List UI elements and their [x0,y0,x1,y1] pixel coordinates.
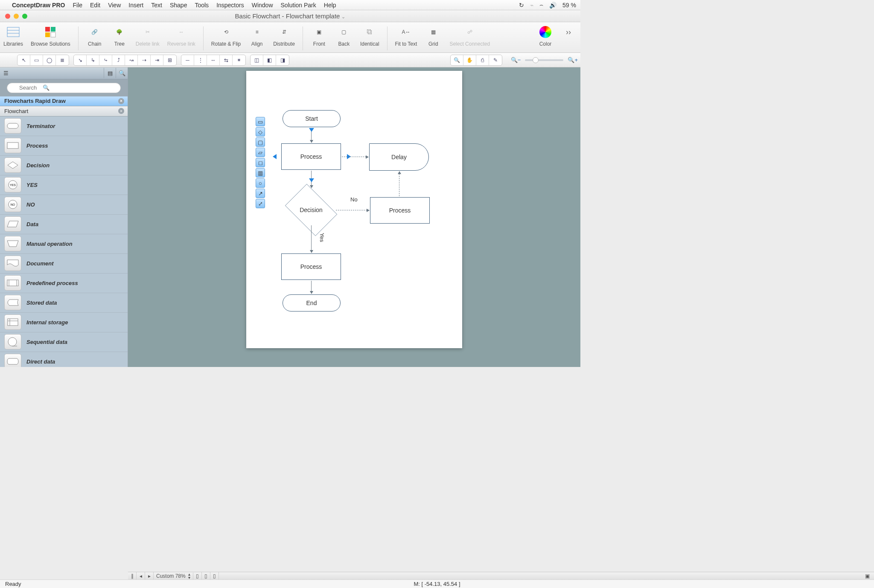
shape-data[interactable]: Data [0,215,128,234]
bluetooth-icon[interactable]: ⌁ [530,2,533,9]
chain-button[interactable]: 🔗Chain [86,25,103,47]
sidebar-outline-icon[interactable]: ☰ [0,68,12,78]
distribute-button[interactable]: ⇵Distribute [273,25,295,47]
zoom-window-button[interactable] [22,14,27,19]
ellipse-tool[interactable]: ◯ [43,55,56,65]
sidebar-search-input[interactable] [7,83,121,93]
sync-icon[interactable]: ↻ [519,2,524,9]
node-decision[interactable]: Decision [281,189,341,231]
menu-file[interactable]: File [73,2,82,9]
node-start[interactable]: Start [283,110,341,127]
volume-icon[interactable]: 🔊 [549,2,556,9]
node-1[interactable]: ◫ [251,55,263,65]
wifi-icon[interactable]: ⌢ [539,1,543,9]
connector-8[interactable]: ⊞ [163,55,176,65]
connector-4[interactable]: ⤴ [112,55,125,65]
shape-terminator[interactable]: Terminator [0,116,128,136]
front-button[interactable]: ▣Front [311,25,328,47]
arrow-decision-process3[interactable] [311,225,312,253]
arrow-decision-process2[interactable] [336,210,369,210]
close-window-button[interactable] [5,14,10,19]
connector-2[interactable]: ↳ [87,55,99,65]
rect-tool[interactable]: ▭ [30,55,43,65]
text-tool[interactable]: ≣ [56,55,69,65]
qp-arrow[interactable]: ↗ [256,189,265,198]
shape-process[interactable]: Process [0,136,128,156]
menu-window[interactable]: Window [252,2,273,9]
handle-left[interactable] [273,154,277,159]
close-icon[interactable]: × [118,98,124,104]
arrow-process-delay[interactable] [342,157,368,157]
canvas-area[interactable]: ▭ ◇ ▢ ▱ ◻ ▥ ○ ↗ ⤢ Start Process Delay [128,67,580,367]
node-2[interactable]: ◧ [263,55,276,65]
sidebar-search-icon[interactable]: 🔍 [116,68,128,78]
qp-diamond[interactable]: ◇ [256,127,265,137]
shape-predefined[interactable]: Predefined process [0,274,128,293]
menu-text[interactable]: Text [151,2,162,9]
qp-expand[interactable]: ⤢ [256,199,265,208]
libraries-button[interactable]: Libraries [3,25,23,47]
handle-down[interactable] [309,178,314,182]
arrange-4[interactable]: ⇆ [220,55,233,65]
zoom-in-icon[interactable]: 🔍+ [568,57,578,63]
back-button[interactable]: ▢Back [335,25,353,47]
shape-no[interactable]: NONO [0,195,128,215]
qp-doc[interactable]: ◻ [256,158,265,167]
grid-button[interactable]: ▦Grid [425,25,442,47]
fit-to-text-button[interactable]: A↔Fit to Text [395,25,417,47]
shape-manual-op[interactable]: Manual operation [0,234,128,254]
toolbar-overflow-button[interactable]: ›› [560,25,577,39]
tree-button[interactable]: 🌳Tree [111,25,128,47]
sidebar-grid-view-icon[interactable]: ▤ [104,68,116,78]
arrange-2[interactable]: ⋮ [194,55,207,65]
menu-inspectors[interactable]: Inspectors [216,2,244,9]
connector-3[interactable]: ⤷ [99,55,112,65]
shape-document[interactable]: Document [0,254,128,274]
menu-view[interactable]: View [108,2,121,9]
menu-solution-park[interactable]: Solution Park [281,2,316,9]
shape-direct-data[interactable]: Direct data [0,352,128,367]
app-name[interactable]: ConceptDraw PRO [12,2,65,9]
library-header-flowchart[interactable]: Flowchart × [0,106,128,116]
connector-5[interactable]: ↝ [125,55,138,65]
menu-help[interactable]: Help [324,2,336,9]
page[interactable]: ▭ ◇ ▢ ▱ ◻ ▥ ○ ↗ ⤢ Start Process Delay [246,71,462,348]
connector-6[interactable]: ⇢ [138,55,151,65]
menu-shape[interactable]: Shape [170,2,187,9]
qp-pre[interactable]: ▥ [256,168,265,178]
arrow-process2-delay[interactable] [399,172,399,196]
node-end[interactable]: End [283,294,341,311]
menu-insert[interactable]: Insert [128,2,143,9]
node-delay[interactable]: Delay [369,143,429,171]
eyedropper-tool[interactable]: ✎ [489,55,502,65]
color-button[interactable]: Color [537,25,554,47]
library-header-rapid[interactable]: Flowcharts Rapid Draw × [0,96,128,107]
node-3[interactable]: ◨ [276,55,289,65]
arrange-1[interactable]: ─ [181,55,194,65]
node-process-3[interactable]: Process [281,253,341,280]
identical-button[interactable]: ⿻Identical [360,25,379,47]
handle-down[interactable] [309,128,314,132]
zoom-slider-knob[interactable] [533,57,539,63]
zoom-out-icon[interactable]: 🔍− [511,57,521,63]
node-process-1[interactable]: Process [281,143,341,170]
browse-solutions-button[interactable]: Browse Solutions [31,25,70,47]
close-icon[interactable]: × [118,108,124,114]
shape-sequential-data[interactable]: Sequential data [0,332,128,352]
arrow-process3-end[interactable] [311,281,312,294]
document-title[interactable]: Basic Flowchart - Flowchart template⌄ [235,12,346,20]
print-area-tool[interactable]: ⎙ [476,55,489,65]
qp-circle[interactable]: ○ [256,178,265,188]
pointer-tool[interactable]: ↖ [17,55,30,65]
arrange-5[interactable]: ✶ [233,55,245,65]
qp-round[interactable]: ▢ [256,137,265,147]
zoom-tool[interactable]: 🔍 [451,55,463,65]
arrange-3[interactable]: ↔ [207,55,220,65]
pan-tool[interactable]: ✋ [463,55,476,65]
qp-para[interactable]: ▱ [256,148,265,157]
align-button[interactable]: ≡Align [248,25,265,47]
connector-1[interactable]: ↘ [74,55,87,65]
rotate-flip-button[interactable]: ⟲Rotate & Flip [211,25,241,47]
node-process-2[interactable]: Process [370,197,430,224]
menu-tools[interactable]: Tools [195,2,209,9]
